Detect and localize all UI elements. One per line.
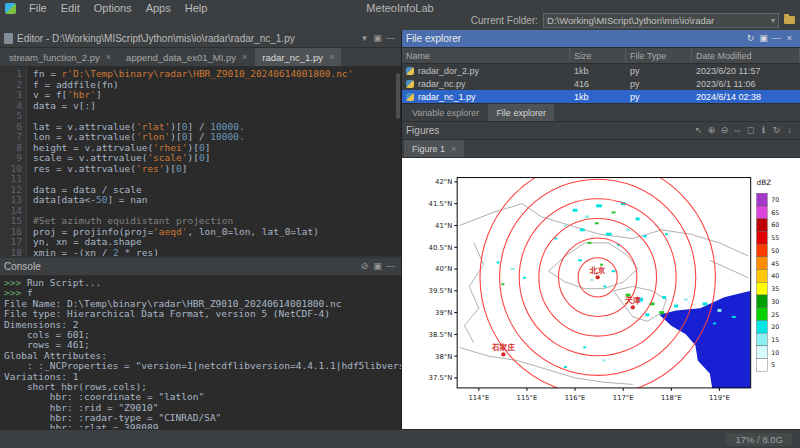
zoom-out-icon[interactable]: ⊖ xyxy=(718,124,731,137)
code-token: ] / xyxy=(187,131,210,142)
menu-item-file[interactable]: File xyxy=(22,1,54,15)
radar-echo xyxy=(583,346,586,348)
close-tab-icon[interactable]: × xyxy=(242,52,247,62)
column-header[interactable]: File Type xyxy=(626,48,692,63)
editor-tab[interactable]: append_data_ex01_MI.py× xyxy=(119,48,254,66)
code-token: fn = xyxy=(33,68,62,79)
float-icon[interactable]: ▣ xyxy=(757,32,770,45)
editor-scrollbar[interactable] xyxy=(396,73,400,119)
current-folder-label: Current Folder: xyxy=(471,15,538,26)
colorbar-cell xyxy=(757,193,768,206)
clear-console-icon[interactable]: ⊘ xyxy=(358,260,371,273)
radar-echo xyxy=(674,305,678,308)
y-tick-label: 41.5°N xyxy=(429,200,453,208)
colorbar-cell xyxy=(757,295,768,308)
editor-tab[interactable]: radar_nc_1.py× xyxy=(255,48,341,66)
radar-echo xyxy=(626,228,630,231)
code-token: data[data<- xyxy=(33,194,96,205)
city-marker xyxy=(631,305,635,309)
figures-panel: Figures ↖⊕⊖⇔◻ℹ↻↓ Figure 1 × 114°E115°E11… xyxy=(402,122,800,430)
column-header[interactable]: Date Modified xyxy=(692,48,800,63)
console-output[interactable]: >>> Run Script...>>> fFile Name: D:\Temp… xyxy=(0,276,401,430)
menu-item-apps[interactable]: Apps xyxy=(139,1,178,15)
code-lines[interactable]: fn = r'D:\Temp\binary\radar\HBR_Z9010_20… xyxy=(27,67,401,256)
column-header[interactable]: Name xyxy=(402,48,570,63)
code-token: data = data / scale xyxy=(33,184,142,195)
file-name-cell: radar_dor_2.py xyxy=(402,66,570,76)
refresh-icon[interactable]: ↻ xyxy=(744,32,757,45)
collapse-icon[interactable]: ▾ xyxy=(358,32,371,45)
memory-indicator[interactable]: 17% / 8.0G xyxy=(726,433,792,446)
menu-item-help[interactable]: Help xyxy=(178,1,215,15)
close-tab-icon[interactable]: × xyxy=(106,52,111,62)
tab-file-explorer[interactable]: File explorer xyxy=(488,104,554,121)
file-row[interactable]: radar_dor_2.py1kbpy2023/6/20 11:57 xyxy=(402,64,800,77)
code-token: scale = v.attrvalue( xyxy=(33,152,147,163)
save-figure-icon[interactable]: ↓ xyxy=(783,124,796,137)
line-number: 3 xyxy=(0,90,22,101)
radar-echo xyxy=(732,316,736,318)
file-row[interactable]: radar_nc.py416py2023/6/1 11:06 xyxy=(402,77,800,90)
editor-tab-label: stream_function_2.py xyxy=(9,52,100,63)
close-tab-icon[interactable]: × xyxy=(329,52,334,62)
file-row[interactable]: radar_nc_1.py1kbpy2024/6/14 02:38 xyxy=(402,90,800,103)
code-token: , lon_0=lon, lat_0=lat) xyxy=(187,226,319,237)
editor-tab[interactable]: stream_function_2.py× xyxy=(2,48,118,66)
radar-echo xyxy=(590,279,593,281)
current-folder-combobox[interactable]: D:\Working\MIScript\Jython\mis\io\radar … xyxy=(543,13,779,28)
colorbar-cell xyxy=(757,257,768,270)
code-token: yn, xn = data.shape xyxy=(33,236,142,247)
line-number: 9 xyxy=(0,153,22,164)
code-area[interactable]: 123456789101112131415161718 fn = r'D:\Te… xyxy=(0,67,401,256)
column-header[interactable]: Size xyxy=(570,48,626,63)
left-column: Editor - D:\Working\MIScript\Jython\mis\… xyxy=(0,30,402,430)
code-token: #Set azimuth equidistant projection xyxy=(33,215,233,226)
file-table-column-headers: NameSizeFile TypeDate Modified xyxy=(402,48,800,64)
radar-echo xyxy=(523,277,526,279)
file-modified-cell: 2024/6/14 02:38 xyxy=(692,92,800,102)
identify-icon[interactable]: ℹ xyxy=(757,124,770,137)
python-file-icon xyxy=(406,80,414,88)
menu-item-options[interactable]: Options xyxy=(87,1,139,15)
code-token: ] xyxy=(205,152,211,163)
float-icon[interactable]: ▣ xyxy=(371,32,384,45)
radar-map-svg[interactable]: 114°E115°E116°E117°E118°E119°E42°N41.5°N… xyxy=(402,158,800,430)
line-number: 18 xyxy=(0,248,22,257)
full-extent-icon[interactable]: ◻ xyxy=(744,124,757,137)
console-panel-header: Console ⊘▣— xyxy=(0,258,401,276)
rotate-icon[interactable]: ↻ xyxy=(770,124,783,137)
status-bar: 17% / 8.0G xyxy=(0,429,800,448)
editor-tab-row: stream_function_2.py×append_data_ex01_MI… xyxy=(0,48,401,67)
zoom-in-icon[interactable]: ⊕ xyxy=(705,124,718,137)
code-token: ] xyxy=(96,89,102,100)
colorbar-cell xyxy=(757,270,768,283)
line-number: 7 xyxy=(0,132,22,143)
menu-item-edit[interactable]: Edit xyxy=(54,1,87,15)
y-tick-label: 40.5°N xyxy=(429,244,453,252)
radar-echo xyxy=(564,224,567,226)
radar-echo xyxy=(595,222,599,224)
radar-echo xyxy=(643,235,647,237)
chevron-down-icon[interactable]: ▾ xyxy=(771,16,775,25)
select-arrow-icon[interactable]: ↖ xyxy=(692,124,705,137)
python-file-icon xyxy=(406,93,414,101)
menu-bar-items: FileEditOptionsAppsHelp xyxy=(22,1,214,15)
code-token: 50 xyxy=(96,194,107,205)
line-number: 13 xyxy=(0,195,22,206)
radar-map[interactable]: 114°E115°E116°E117°E118°E119°E42°N41.5°N… xyxy=(402,158,800,430)
radar-echo xyxy=(612,270,616,272)
tab-figure-1[interactable]: Figure 1 × xyxy=(404,140,464,157)
close-icon[interactable]: × xyxy=(783,32,796,45)
colorbar-label: 45 xyxy=(771,260,779,267)
browse-folder-icon[interactable] xyxy=(784,16,795,24)
x-tick-label: 117°E xyxy=(613,394,634,402)
minimize-icon[interactable]: — xyxy=(384,32,397,45)
float-icon[interactable]: ▣ xyxy=(371,260,384,273)
minimize-icon[interactable]: — xyxy=(770,32,783,45)
close-figure-icon[interactable]: × xyxy=(451,144,456,154)
tab-variable-explorer[interactable]: Variable explorer xyxy=(404,104,487,121)
pan-icon[interactable]: ⇔ xyxy=(731,124,744,137)
code-token: 'rhei' xyxy=(153,142,187,153)
minimize-icon[interactable]: — xyxy=(384,260,397,273)
code-line: data = v[:] xyxy=(33,101,401,112)
